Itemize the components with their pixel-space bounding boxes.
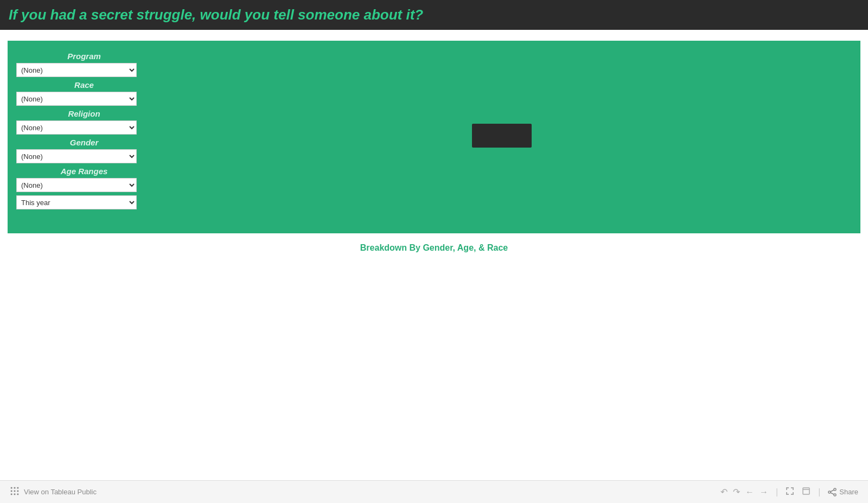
filters-panel: Program (None) Race (None) Religion (Non…: [16, 52, 152, 213]
age-ranges-select[interactable]: (None): [16, 178, 137, 192]
religion-select[interactable]: (None): [16, 120, 137, 135]
svg-point-20: [828, 491, 831, 493]
svg-rect-16: [793, 492, 794, 495]
svg-rect-10: [786, 487, 787, 490]
loading-placeholder: [472, 124, 532, 148]
svg-rect-4: [14, 491, 16, 492]
share-label: Share: [839, 488, 858, 496]
tableau-icon: [10, 486, 20, 498]
race-label: Race: [16, 80, 152, 90]
program-filter-group: Program (None): [16, 52, 152, 77]
gender-select[interactable]: (None): [16, 149, 137, 163]
svg-rect-1: [14, 487, 16, 489]
footer-right: ↶ ↷ ← → |: [720, 487, 858, 498]
svg-rect-7: [14, 494, 16, 495]
view-fit-icon[interactable]: [786, 487, 794, 498]
tableau-link[interactable]: View on Tableau Public: [24, 488, 97, 496]
svg-point-19: [834, 488, 836, 491]
breakdown-label: Breakdown By Gender, Age, & Race: [0, 233, 868, 253]
svg-rect-0: [11, 487, 12, 489]
svg-rect-6: [11, 494, 12, 495]
svg-rect-3: [11, 491, 12, 492]
forward-icon[interactable]: →: [760, 487, 768, 497]
age-ranges-label: Age Ranges: [16, 167, 152, 176]
footer-divider-2: |: [818, 487, 820, 497]
undo-icon[interactable]: ↶: [720, 487, 727, 497]
redo-icon[interactable]: ↷: [733, 487, 740, 497]
gender-label: Gender: [16, 138, 152, 147]
religion-label: Religion: [16, 109, 152, 118]
time-filter-select[interactable]: This year All time Last year: [16, 195, 137, 209]
svg-rect-2: [17, 487, 19, 489]
footer-divider: |: [776, 487, 778, 497]
svg-rect-5: [17, 491, 19, 492]
svg-point-21: [834, 494, 836, 496]
dashboard-area: Program (None) Race (None) Religion (Non…: [8, 41, 860, 233]
footer-bar: View on Tableau Public ↶ ↷ ← → |: [0, 480, 868, 503]
program-label: Program: [16, 52, 152, 61]
svg-rect-17: [803, 488, 809, 494]
race-select[interactable]: (None): [16, 92, 137, 106]
footer-left: View on Tableau Public: [10, 486, 97, 498]
share-button[interactable]: Share: [828, 488, 858, 496]
religion-filter-group: Religion (None): [16, 109, 152, 135]
svg-rect-8: [17, 494, 19, 495]
fullscreen-icon[interactable]: [802, 487, 810, 498]
page-title: If you had a secret struggle, would you …: [9, 7, 423, 23]
footer-toolbar: ↶ ↷ ← →: [720, 487, 768, 497]
main-content: Program (None) Race (None) Religion (Non…: [0, 30, 868, 253]
svg-rect-14: [786, 492, 787, 495]
svg-rect-12: [793, 487, 794, 490]
svg-line-23: [831, 493, 834, 494]
time-filter-group: This year All time Last year: [16, 195, 152, 209]
race-filter-group: Race (None): [16, 80, 152, 106]
visualization-area: [152, 52, 852, 220]
age-ranges-filter-group: Age Ranges (None): [16, 167, 152, 192]
program-select[interactable]: (None): [16, 63, 137, 77]
header: If you had a secret struggle, would you …: [0, 0, 868, 30]
gender-filter-group: Gender (None): [16, 138, 152, 163]
back-icon[interactable]: ←: [745, 487, 754, 497]
svg-line-22: [831, 490, 834, 492]
